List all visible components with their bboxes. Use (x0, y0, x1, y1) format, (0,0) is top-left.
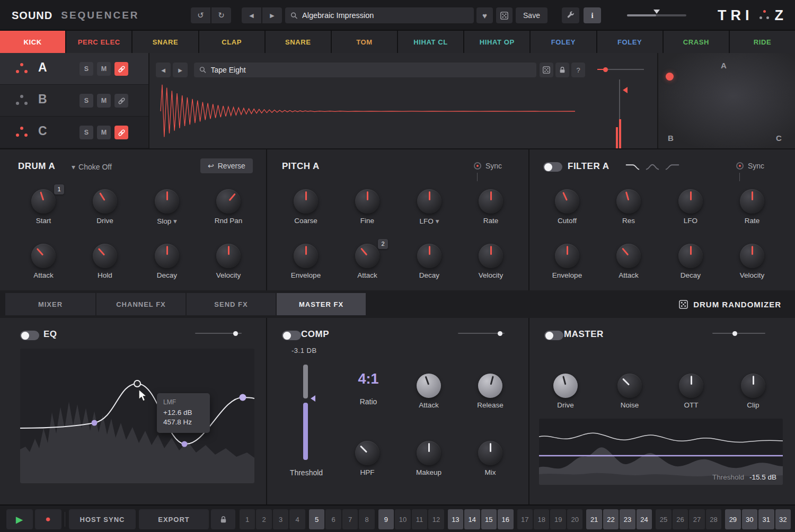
step-cell[interactable]: 18 (534, 509, 549, 529)
hold-knob-dial[interactable] (93, 244, 117, 268)
layer-blend-xy-pad[interactable]: A B C (657, 53, 795, 148)
master-drive-knob[interactable]: Drive (541, 374, 590, 409)
velocity-knob[interactable]: Velocity (204, 244, 253, 279)
step-cell[interactable]: 9 (378, 509, 394, 529)
host-sync-button[interactable]: HOST SYNC (69, 509, 136, 529)
sync-radio-icon[interactable] (736, 162, 744, 170)
step-cell[interactable]: 25 (656, 509, 671, 529)
pitch-decay-knob[interactable]: Decay (405, 244, 454, 279)
cutoff-knob[interactable]: Cutoff (543, 189, 591, 225)
drive-knob[interactable]: Drive (81, 189, 129, 225)
eq-node-lmf-selected[interactable] (134, 380, 140, 387)
pitch-rate-knob[interactable]: Rate (466, 189, 515, 225)
layer-b-link-button[interactable] (114, 94, 128, 108)
slider-handle[interactable] (653, 10, 660, 14)
rnd-pan-knob-dial[interactable] (216, 189, 241, 214)
filter-velocity-knob-dial[interactable] (740, 244, 764, 268)
pad-tab-hihat-cl[interactable]: HIHAT CL (398, 31, 463, 53)
settings-button[interactable] (562, 7, 579, 23)
comp-hpf-knob-dial[interactable] (355, 441, 379, 465)
velocity-knob-dial[interactable] (216, 244, 241, 268)
slop-knob-dial[interactable] (155, 189, 179, 214)
redo-button[interactable]: ↻ (211, 7, 231, 23)
step-cell[interactable]: 13 (448, 509, 463, 529)
eq-display[interactable]: LMF +12.6 dB 457.8 Hz (20, 349, 254, 483)
preset-search[interactable] (285, 7, 474, 23)
pitch-rate-knob-dial[interactable] (479, 189, 503, 214)
pitch-envelope-knob-dial[interactable] (294, 244, 318, 268)
lowpass-icon[interactable] (625, 163, 640, 171)
prev-sample-button[interactable]: ◀ (156, 63, 171, 77)
reverse-button[interactable]: ↩ Reverse (200, 158, 253, 173)
sample-gain-slider[interactable] (597, 69, 644, 70)
fine-knob-dial[interactable] (355, 189, 379, 214)
layer-row-c[interactable]: C S M (0, 117, 148, 148)
pad-tab-snare-2[interactable]: SNARE (266, 31, 331, 53)
help-button[interactable]: ? (571, 63, 585, 77)
eq-mix-slider[interactable] (195, 333, 242, 334)
random-sample-button[interactable] (540, 63, 553, 77)
layer-c-link-button[interactable] (114, 126, 128, 139)
filter-envelope-knob-dial[interactable] (555, 244, 579, 268)
step-cell[interactable]: 32 (775, 509, 791, 529)
comp-toggle[interactable] (282, 331, 301, 340)
rnd-pan-knob[interactable]: Rnd Pan (204, 189, 253, 225)
eq-node-hf[interactable] (240, 394, 246, 401)
res-knob[interactable]: Res (604, 189, 653, 225)
comp-mix-knob[interactable]: Mix (466, 441, 515, 476)
pad-tab-ride[interactable]: RIDE (730, 31, 795, 53)
master-clip-knob-dial[interactable] (741, 374, 765, 398)
export-button[interactable]: EXPORT (139, 509, 209, 529)
xy-cursor[interactable] (666, 73, 674, 81)
step-cell[interactable]: 3 (273, 509, 288, 529)
eq-toggle[interactable] (20, 331, 39, 340)
step-cell[interactable]: 12 (428, 509, 444, 529)
info-button[interactable]: i (584, 7, 601, 23)
step-cell[interactable]: 8 (359, 509, 374, 529)
next-preset-button[interactable]: ▶ (262, 7, 282, 23)
prev-preset-button[interactable]: ◀ (242, 7, 261, 23)
comp-makeup-knob[interactable]: Makeup (404, 441, 453, 476)
fine-knob[interactable]: Fine (343, 189, 392, 225)
sample-lock-button[interactable] (555, 63, 569, 77)
step-cell[interactable]: 26 (673, 509, 688, 529)
pad-tab-hihat-op[interactable]: HIHAT OP (464, 31, 529, 53)
step-cell[interactable]: 14 (464, 509, 480, 529)
step-cell[interactable]: 20 (567, 509, 582, 529)
filter-lfo-knob-dial[interactable] (678, 189, 703, 214)
step-cell[interactable]: 21 (586, 509, 602, 529)
attack-knob-dial[interactable] (31, 244, 56, 268)
layer-c-solo-button[interactable]: S (80, 126, 93, 139)
filter-attack-knob[interactable]: Attack (604, 244, 653, 279)
drum-randomizer-button[interactable]: DRUM RANDOMIZER (679, 290, 781, 318)
step-cell[interactable]: 1 (240, 509, 255, 529)
pitch-sync-control[interactable]: Sync (474, 162, 502, 170)
step-cell[interactable]: 24 (637, 509, 652, 529)
step-cell[interactable]: 19 (550, 509, 566, 529)
pad-tab-kick[interactable]: KICK (0, 31, 65, 53)
pitch-attack-knob-dial[interactable] (355, 244, 379, 268)
step-cell[interactable]: 2 (256, 509, 271, 529)
eq-node-lf[interactable] (92, 420, 98, 426)
master-level-slider[interactable] (712, 333, 765, 334)
master-noise-knob[interactable]: Noise (605, 374, 654, 409)
start-knob-dial[interactable] (31, 189, 56, 214)
master-ott-knob[interactable]: OTT (667, 374, 716, 409)
undo-button[interactable]: ↺ (191, 7, 210, 23)
pad-tab-tom[interactable]: TOM (332, 31, 397, 53)
comp-mix-knob-dial[interactable] (478, 441, 502, 465)
master-drive-knob-dial[interactable] (553, 374, 578, 398)
record-button[interactable]: ● (35, 509, 61, 529)
pitch-lfo-knob[interactable]: LFO ▾ (405, 189, 454, 225)
filter-sync-control[interactable]: Sync (736, 162, 764, 170)
comp-release-knob-dial[interactable] (478, 374, 502, 398)
step-cell[interactable]: 7 (342, 509, 358, 529)
pad-tab-foley-1[interactable]: FOLEY (531, 31, 596, 53)
eq-node-hmf[interactable] (182, 441, 188, 447)
step-cell[interactable]: 11 (412, 509, 427, 529)
layer-c-mute-button[interactable]: M (97, 126, 111, 139)
attack-knob[interactable]: Attack (19, 244, 68, 279)
tab-master-fx[interactable]: MASTER FX (277, 293, 366, 315)
play-button[interactable]: ▶ (6, 509, 33, 529)
filter-velocity-knob[interactable]: Velocity (728, 244, 776, 279)
